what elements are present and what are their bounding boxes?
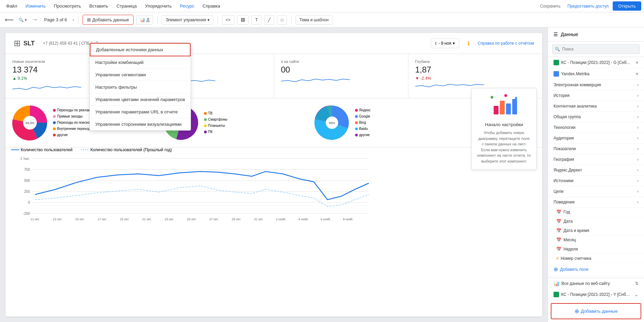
- cat-content[interactable]: Контентная аналитика ›: [548, 101, 644, 112]
- add-data-bottom-button[interactable]: ⊕ Добавить данные: [551, 303, 641, 319]
- dropdown-item-4[interactable]: Управление цветами значений параметров: [90, 93, 191, 106]
- data-icon: ☰: [554, 32, 558, 37]
- sub-label-datetime: Дата и время: [564, 228, 589, 233]
- svg-text:6 нояб.: 6 нояб.: [321, 218, 331, 221]
- menu-page[interactable]: Страница: [113, 2, 140, 10]
- cat-general[interactable]: Общая группа ›: [548, 112, 644, 122]
- add-field-label: Добавить поле: [560, 267, 589, 272]
- svg-text:250: 250: [24, 190, 30, 193]
- cat-label-behavior: Поведение: [554, 200, 575, 204]
- bottom-ds-icon: [554, 292, 559, 297]
- all-data-item[interactable]: 📊 Все данные по веб-сайту ⇅: [548, 278, 644, 289]
- sub-year[interactable]: 📅 Год: [548, 208, 644, 217]
- svg-text:8 нояб.: 8 нояб.: [343, 218, 353, 221]
- image-button[interactable]: 🖼: [237, 15, 249, 25]
- svg-text:31 окт.: 31 окт.: [254, 218, 263, 221]
- code-button[interactable]: <>: [222, 15, 234, 25]
- cat-audience[interactable]: Аудитория ›: [548, 133, 644, 144]
- cat-metrics[interactable]: Показатели ›: [548, 144, 644, 154]
- menu-edit[interactable]: Изменить: [22, 2, 49, 10]
- dropdown-item-1[interactable]: Настройки комбинаций: [90, 56, 191, 69]
- ds-close-1[interactable]: ×: [636, 71, 638, 77]
- legend-current-label: Количество пользователей: [21, 147, 73, 152]
- sub-date[interactable]: 📅 Дата: [548, 217, 644, 226]
- text-button[interactable]: T: [251, 15, 261, 25]
- sparkline-2: [281, 76, 350, 86]
- svg-point-39: [491, 96, 493, 99]
- search-input[interactable]: [552, 44, 640, 54]
- cat-history[interactable]: История ›: [548, 90, 644, 101]
- sub-label-counter: Номер счетчика: [561, 256, 591, 261]
- nav-back[interactable]: ⟵: [3, 15, 16, 25]
- line-button[interactable]: ╱: [264, 15, 274, 25]
- dropdown-item-5[interactable]: Управление параметрами URL в отчете: [90, 106, 191, 118]
- open-button[interactable]: Открыть: [613, 1, 641, 11]
- cat-goals[interactable]: Цели ›: [548, 186, 644, 197]
- calendar-icon-month: 📅: [556, 237, 561, 242]
- cat-geo[interactable]: География ›: [548, 154, 644, 165]
- mini-chart-svg: [490, 94, 518, 118]
- menu-view[interactable]: Просмотреть: [51, 2, 85, 10]
- plus-icon-add-data: ⊕: [575, 308, 579, 314]
- menu-resource[interactable]: Ресурс: [176, 2, 198, 10]
- control-chevron: ▾: [207, 18, 210, 22]
- pie-svg-1: 49,3%: [11, 104, 49, 142]
- setup-description: Чтобы добавить новую диаграмму, перетащи…: [477, 130, 531, 164]
- dropdown-item-2[interactable]: Управление сегментами: [90, 69, 191, 81]
- cat-label-general: Общая группа: [554, 114, 581, 119]
- add-field-link[interactable]: ⊕ Добавить поле: [548, 263, 644, 276]
- ds-left-1: Yandex.Metrika: [554, 71, 589, 77]
- sub-label-date: Дата: [564, 219, 573, 224]
- data-source-item-1[interactable]: Yandex.Metrika ×: [548, 68, 644, 80]
- sub-datetime[interactable]: 📅 Дата и время: [548, 226, 644, 235]
- add-chart-label: Д: [147, 18, 149, 22]
- cat-label-sources: Источники: [554, 178, 573, 183]
- toolbar: ⟵ 🔍 ▾ → Page 3 of 6 › ⊞ Добавить данные …: [0, 12, 644, 27]
- menu-bar: Файл Изменить Просмотреть Вставить Стран…: [0, 0, 644, 12]
- control-button[interactable]: Элемент управления ▾: [162, 15, 213, 25]
- menu-help[interactable]: Справка: [199, 2, 224, 10]
- ds-close-0[interactable]: ×: [636, 60, 638, 65]
- dropdown-item-6[interactable]: Управление сторонними визуализациями: [90, 118, 191, 130]
- cat-label-history: История: [554, 93, 570, 98]
- sep4: [291, 16, 291, 24]
- cat-behavior[interactable]: Поведение ›: [548, 197, 644, 208]
- dropdown-item-3[interactable]: Настроить фильтры: [90, 81, 191, 93]
- svg-text:4 нояб.: 4 нояб.: [298, 218, 309, 221]
- cat-label-audience: Аудитория: [554, 136, 574, 141]
- add-chart-button[interactable]: 📊 Д: [136, 15, 153, 25]
- help-link[interactable]: Справка по работе с отчётом: [478, 41, 534, 46]
- add-data-button[interactable]: ⊞ Добавить данные: [83, 15, 133, 25]
- rect-button[interactable]: □: [277, 15, 287, 25]
- zoom-control[interactable]: 🔍 ▾: [19, 18, 27, 22]
- line-chart-area: Количество пользователей Количество поль…: [6, 147, 542, 229]
- ds-name-1: Yandex.Metrika: [561, 71, 589, 76]
- menu-file[interactable]: Файл: [3, 2, 21, 10]
- dropdown-item-0[interactable]: Добавленные источники данных: [90, 43, 191, 56]
- cat-yandex-direct[interactable]: Яндекс.Директ ›: [548, 165, 644, 176]
- sub-week[interactable]: 📅 Неделя: [548, 245, 644, 254]
- calendar-icon-year: 📅: [556, 210, 561, 214]
- date-range-picker[interactable]: г. - 9 ноя ▾: [431, 38, 459, 48]
- legend-prev-label: Количество пользователей (Прошлый год): [90, 147, 172, 152]
- cat-ecommerce[interactable]: Электронная коммерция ›: [548, 80, 644, 90]
- svg-text:-250: -250: [23, 212, 30, 215]
- menu-insert[interactable]: Вставить: [86, 2, 112, 10]
- chevron-ecommerce: ›: [637, 82, 638, 87]
- svg-rect-37: [506, 103, 511, 114]
- control-label: Элемент управления: [165, 18, 206, 22]
- line-chart-legend: Количество пользователей Количество поль…: [11, 147, 537, 152]
- nav-forward[interactable]: →: [30, 15, 40, 25]
- cat-tech[interactable]: Технологии ›: [548, 122, 644, 133]
- bottom-ds-close[interactable]: ⌄: [634, 292, 638, 297]
- sub-counter[interactable]: # Номер счетчика: [548, 254, 644, 263]
- cat-label-ecommerce: Электронная коммерция: [554, 82, 601, 87]
- data-source-item-0[interactable]: КС - Позиции [2021-2022] - G [Снб… ×: [548, 57, 644, 68]
- bottom-source-item[interactable]: КС - Позиции [2021-2022] - Y [Снб… ⌄: [548, 289, 644, 300]
- menu-arrange[interactable]: Упорядочить: [142, 2, 175, 10]
- theme-button[interactable]: Тема и шаблон: [296, 15, 332, 25]
- cat-sources[interactable]: Источники ›: [548, 176, 644, 186]
- forward-arrow[interactable]: ›: [73, 17, 74, 22]
- sub-month[interactable]: 📅 Месяц: [548, 235, 644, 245]
- report-header: ⊞ SLT +7 (812) 458 43 41 | СПБ | +7 г. -…: [6, 33, 542, 54]
